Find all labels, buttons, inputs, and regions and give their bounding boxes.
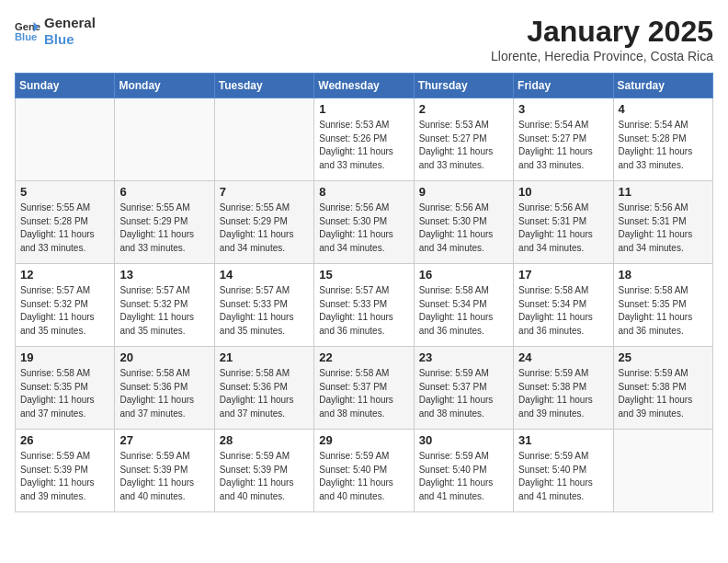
week-row-4: 19Sunrise: 5:58 AM Sunset: 5:35 PM Dayli… (16, 347, 713, 430)
calendar-header: SundayMondayTuesdayWednesdayThursdayFrid… (16, 74, 713, 98)
day-info: Sunrise: 5:57 AM Sunset: 5:33 PM Dayligh… (319, 284, 408, 338)
page-header: General Blue General Blue January 2025 L… (15, 15, 713, 63)
day-info: Sunrise: 5:56 AM Sunset: 5:31 PM Dayligh… (518, 201, 608, 255)
header-row: SundayMondayTuesdayWednesdayThursdayFrid… (16, 74, 713, 98)
calendar-cell: 28Sunrise: 5:59 AM Sunset: 5:39 PM Dayli… (214, 430, 313, 512)
header-saturday: Saturday (613, 74, 712, 98)
calendar-cell: 21Sunrise: 5:58 AM Sunset: 5:36 PM Dayli… (214, 347, 313, 430)
header-wednesday: Wednesday (314, 74, 414, 98)
day-info: Sunrise: 5:57 AM Sunset: 5:32 PM Dayligh… (20, 284, 109, 338)
day-info: Sunrise: 5:55 AM Sunset: 5:29 PM Dayligh… (220, 201, 309, 255)
calendar-cell: 26Sunrise: 5:59 AM Sunset: 5:39 PM Dayli… (16, 430, 115, 512)
day-number: 19 (20, 350, 109, 364)
calendar-cell: 8Sunrise: 5:56 AM Sunset: 5:30 PM Daylig… (314, 181, 414, 264)
calendar-cell (613, 430, 712, 512)
day-number: 2 (419, 102, 508, 116)
calendar-cell: 1Sunrise: 5:53 AM Sunset: 5:26 PM Daylig… (314, 98, 414, 181)
day-info: Sunrise: 5:59 AM Sunset: 5:37 PM Dayligh… (419, 367, 508, 420)
week-row-5: 26Sunrise: 5:59 AM Sunset: 5:39 PM Dayli… (16, 430, 713, 512)
day-info: Sunrise: 5:58 AM Sunset: 5:36 PM Dayligh… (220, 367, 309, 420)
day-number: 22 (319, 350, 408, 364)
week-row-1: 1Sunrise: 5:53 AM Sunset: 5:26 PM Daylig… (16, 98, 713, 181)
calendar-cell: 30Sunrise: 5:59 AM Sunset: 5:40 PM Dayli… (414, 430, 513, 512)
calendar-cell: 20Sunrise: 5:58 AM Sunset: 5:36 PM Dayli… (115, 347, 214, 430)
day-number: 7 (220, 185, 309, 199)
day-info: Sunrise: 5:58 AM Sunset: 5:34 PM Dayligh… (518, 284, 608, 338)
day-info: Sunrise: 5:56 AM Sunset: 5:30 PM Dayligh… (419, 201, 508, 255)
day-info: Sunrise: 5:54 AM Sunset: 5:27 PM Dayligh… (518, 119, 608, 172)
day-number: 28 (220, 433, 309, 447)
calendar-cell: 22Sunrise: 5:58 AM Sunset: 5:37 PM Dayli… (314, 347, 414, 430)
calendar-cell: 16Sunrise: 5:58 AM Sunset: 5:34 PM Dayli… (414, 264, 513, 347)
day-number: 23 (419, 350, 508, 364)
svg-text:Blue: Blue (15, 31, 37, 42)
calendar-cell: 7Sunrise: 5:55 AM Sunset: 5:29 PM Daylig… (214, 181, 313, 264)
week-row-2: 5Sunrise: 5:55 AM Sunset: 5:28 PM Daylig… (16, 181, 713, 264)
day-info: Sunrise: 5:59 AM Sunset: 5:38 PM Dayligh… (619, 367, 708, 420)
calendar-cell: 18Sunrise: 5:58 AM Sunset: 5:35 PM Dayli… (613, 264, 712, 347)
day-info: Sunrise: 5:53 AM Sunset: 5:26 PM Dayligh… (319, 119, 408, 172)
location-subtitle: Llorente, Heredia Province, Costa Rica (491, 49, 713, 63)
day-number: 11 (619, 185, 708, 199)
day-number: 9 (419, 185, 508, 199)
calendar-cell (214, 98, 313, 181)
header-tuesday: Tuesday (214, 74, 313, 98)
calendar-cell: 15Sunrise: 5:57 AM Sunset: 5:33 PM Dayli… (314, 264, 414, 347)
header-monday: Monday (115, 74, 214, 98)
day-number: 10 (518, 185, 608, 199)
calendar-cell: 6Sunrise: 5:55 AM Sunset: 5:29 PM Daylig… (115, 181, 214, 264)
day-info: Sunrise: 5:57 AM Sunset: 5:33 PM Dayligh… (220, 284, 309, 338)
day-number: 26 (20, 433, 109, 447)
calendar-table: SundayMondayTuesdayWednesdayThursdayFrid… (15, 73, 713, 512)
calendar-cell: 25Sunrise: 5:59 AM Sunset: 5:38 PM Dayli… (613, 347, 712, 430)
day-info: Sunrise: 5:55 AM Sunset: 5:29 PM Dayligh… (119, 201, 209, 255)
calendar-cell: 19Sunrise: 5:58 AM Sunset: 5:35 PM Dayli… (16, 347, 115, 430)
day-number: 31 (518, 433, 608, 447)
calendar-cell: 11Sunrise: 5:56 AM Sunset: 5:31 PM Dayli… (613, 181, 712, 264)
month-title: January 2025 (491, 15, 713, 49)
day-info: Sunrise: 5:55 AM Sunset: 5:28 PM Dayligh… (20, 201, 109, 255)
day-number: 17 (518, 268, 608, 282)
calendar-cell: 27Sunrise: 5:59 AM Sunset: 5:39 PM Dayli… (115, 430, 214, 512)
day-number: 25 (619, 350, 708, 364)
day-info: Sunrise: 5:57 AM Sunset: 5:32 PM Dayligh… (119, 284, 209, 338)
calendar-cell: 17Sunrise: 5:58 AM Sunset: 5:34 PM Dayli… (514, 264, 613, 347)
day-number: 14 (220, 268, 309, 282)
header-thursday: Thursday (414, 74, 513, 98)
calendar-cell (16, 98, 115, 181)
calendar-cell: 31Sunrise: 5:59 AM Sunset: 5:40 PM Dayli… (514, 430, 613, 512)
day-info: Sunrise: 5:58 AM Sunset: 5:36 PM Dayligh… (119, 367, 209, 420)
calendar-body: 1Sunrise: 5:53 AM Sunset: 5:26 PM Daylig… (16, 98, 713, 512)
calendar-cell: 9Sunrise: 5:56 AM Sunset: 5:30 PM Daylig… (414, 181, 513, 264)
day-info: Sunrise: 5:59 AM Sunset: 5:39 PM Dayligh… (20, 450, 109, 503)
calendar-cell: 14Sunrise: 5:57 AM Sunset: 5:33 PM Dayli… (214, 264, 313, 347)
calendar-cell: 3Sunrise: 5:54 AM Sunset: 5:27 PM Daylig… (514, 98, 613, 181)
day-info: Sunrise: 5:58 AM Sunset: 5:35 PM Dayligh… (20, 367, 109, 420)
day-number: 29 (319, 433, 408, 447)
day-info: Sunrise: 5:54 AM Sunset: 5:28 PM Dayligh… (619, 119, 708, 172)
day-number: 21 (220, 350, 309, 364)
day-number: 5 (20, 185, 109, 199)
calendar-cell: 10Sunrise: 5:56 AM Sunset: 5:31 PM Dayli… (514, 181, 613, 264)
day-number: 4 (619, 102, 708, 116)
calendar-cell: 5Sunrise: 5:55 AM Sunset: 5:28 PM Daylig… (16, 181, 115, 264)
day-number: 30 (419, 433, 508, 447)
calendar-cell: 24Sunrise: 5:59 AM Sunset: 5:38 PM Dayli… (514, 347, 613, 430)
calendar-cell: 13Sunrise: 5:57 AM Sunset: 5:32 PM Dayli… (115, 264, 214, 347)
day-info: Sunrise: 5:58 AM Sunset: 5:37 PM Dayligh… (319, 367, 408, 420)
day-number: 18 (619, 268, 708, 282)
day-info: Sunrise: 5:59 AM Sunset: 5:40 PM Dayligh… (419, 450, 508, 503)
day-info: Sunrise: 5:59 AM Sunset: 5:39 PM Dayligh… (220, 450, 309, 503)
day-info: Sunrise: 5:58 AM Sunset: 5:34 PM Dayligh… (419, 284, 508, 338)
calendar-cell (115, 98, 214, 181)
calendar-cell: 2Sunrise: 5:53 AM Sunset: 5:27 PM Daylig… (414, 98, 513, 181)
calendar-cell: 12Sunrise: 5:57 AM Sunset: 5:32 PM Dayli… (16, 264, 115, 347)
day-number: 1 (319, 102, 408, 116)
day-info: Sunrise: 5:56 AM Sunset: 5:31 PM Dayligh… (619, 201, 708, 255)
logo-general-text: General (44, 15, 96, 31)
header-friday: Friday (514, 74, 613, 98)
day-number: 12 (20, 268, 109, 282)
day-info: Sunrise: 5:56 AM Sunset: 5:30 PM Dayligh… (319, 201, 408, 255)
day-number: 27 (119, 433, 209, 447)
day-number: 13 (119, 268, 209, 282)
